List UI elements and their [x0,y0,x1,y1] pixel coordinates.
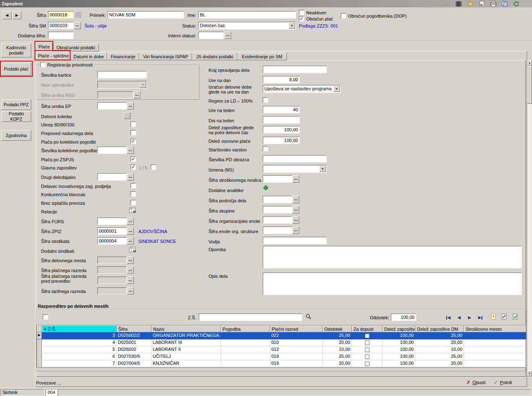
confirm-record-icon[interactable] [511,313,519,320]
dodatni-sindikati-table-icon[interactable] [128,246,136,253]
grid-column-header[interactable]: Delež zaposlitve DM [415,325,464,332]
za-dopust-checkbox[interactable] [365,355,369,359]
drugi-delodajalec-lookup-button[interactable]: ... [127,173,134,181]
brez-izplacila-checkbox[interactable] [131,200,136,205]
izmena-select[interactable]: ▼ [263,165,327,173]
grid-column-header[interactable]: Plačni razred [270,325,323,332]
status-select[interactable]: Določen čas ▼ [198,22,296,30]
obracun-pogodbenika-checkbox[interactable] [341,13,346,18]
sidebar-item-podatki-plac[interactable]: Podatki plač [1,63,31,76]
povezave-link[interactable]: Povezave ... [36,380,61,386]
favorite-star-icon[interactable] [467,0,474,7]
chevron-down-icon[interactable]: ▼ [319,166,326,172]
stevilka-kolektivne-input[interactable] [97,146,127,154]
sifra-podrocja-input[interactable] [263,196,292,203]
sifra-sm-input[interactable]: 0000103 [48,22,73,29]
interni-statusi-input[interactable] [198,32,224,39]
ukrep-checkbox[interactable] [131,121,136,127]
library-icon[interactable] [455,0,462,7]
sifra-furs-lookup-button[interactable]: ... [127,217,134,225]
tab-obracunski-podatki[interactable]: Obračunski podatki [53,43,99,51]
scrollbar-thumb[interactable] [527,66,532,104]
opusti-button[interactable]: ✗ Opusti [466,379,486,386]
sifra-org-enote-input[interactable] [263,216,292,224]
sidebar-item-podatki-kdpz[interactable]: Podatki KDPZ [1,111,31,122]
subtab-evidentiranje-po-sm[interactable]: Evidentiranje po SM [237,53,287,60]
obracun-plac-checkbox[interactable]: ✓ [299,16,304,21]
sifra-sm-lookup-button[interactable]: ... [74,22,81,29]
vertical-scrollbar[interactable]: ▲ ▼ [527,60,532,376]
glavna-zaposlitev-secondary-checkbox[interactable] [151,165,156,170]
next-record-button[interactable]: ▶ [465,314,475,321]
grid-column-header[interactable]: Pogodba [221,325,270,332]
dodatna-sifra-input[interactable] [48,32,73,39]
za-dopust-checkbox[interactable] [365,341,369,345]
sifra-input[interactable]: 0000018 [48,11,73,18]
stevilka-kolektivne-lookup-button[interactable]: ... [127,146,134,154]
za-dopust-checkbox-cell[interactable] [352,353,383,360]
chevron-down-icon[interactable]: ▼ [333,86,340,92]
sifra-enote-org-lookup-button[interactable]: ... [292,227,299,234]
table-row[interactable]: 7D027004/5KNJIŽNIČAR01920,00100,0020,00 [37,360,525,367]
placa-zspjs-checkbox[interactable]: ✓ [131,156,136,162]
priimek-input[interactable]: NOVAK 5DM [108,11,184,18]
grid-column-header[interactable]: Delež zaposlitve [383,325,415,332]
sifra-skupine-lookup-button[interactable]: ... [292,206,299,213]
zs-search-input[interactable] [199,314,302,321]
sidebar-item-kadrovski-podatki[interactable]: Kadrovski podatki [1,43,31,57]
za-dopust-checkbox-cell[interactable] [352,346,383,353]
glavna-zaposlitev-checkbox[interactable]: ✓ [131,165,136,170]
grid-column-header[interactable]: Za dopust [352,325,383,332]
sifra-stroskovnega-lookup-button[interactable]: ... [292,175,299,183]
registracija-checkbox[interactable] [40,62,46,67]
sifra-zpiz-lookup-button[interactable]: ... [127,227,134,235]
sifra-enote-org-input[interactable] [263,227,292,234]
starsevsko-checkbox[interactable] [263,146,268,151]
tab-place[interactable]: Plače [36,43,53,51]
drugi-delodajalec-input[interactable] [97,173,127,181]
next-record-button[interactable]: ▶ [12,11,21,19]
za-dopust-checkbox-cell[interactable] [352,360,383,367]
first-record-button[interactable]: ◀ [443,314,453,321]
copy-icon[interactable] [501,0,508,7]
sidebar-item-zgodovina[interactable]: Zgodovina [1,130,31,141]
za-dopust-checkbox[interactable] [365,362,369,366]
edit-record-icon[interactable] [500,313,508,320]
subtab-viri-financiranja-ispap[interactable]: Viri financiranja ISPAP [139,53,192,60]
delavec-inovativnega-checkbox[interactable] [131,183,136,188]
interni-statusi-lookup-button[interactable]: ... [224,32,231,39]
sifra-skupine-input[interactable] [263,206,292,213]
grid-column-header[interactable]: ▲Z.Š. [42,325,117,332]
konkurencna-checkbox[interactable] [131,191,136,197]
table-row[interactable]: 6D027030/5UČITELJ01925,00100,0025,00 [37,353,525,360]
sifra-sindikata-lookup-button[interactable]: ... [127,237,134,245]
za-dopust-checkbox-cell[interactable] [352,332,383,339]
sifra-sindikata-input[interactable]: 0000004 [97,237,127,245]
ure-na-dan-input[interactable]: 8,00 [263,76,300,83]
print-icon[interactable] [490,0,497,7]
subtab-datumi-in-dobe[interactable]: Datumi in dobe [70,53,107,60]
delez-zaposlitve-input[interactable]: 100,00 [263,126,300,133]
delovni-koledar-button[interactable] [124,112,131,119]
sifra-urnika-ep-lookup-button[interactable]: ... [127,102,134,110]
grid-column-header[interactable]: Šifra [117,325,151,332]
export-icon[interactable] [478,0,485,7]
previous-record-button[interactable]: ◀ [2,11,11,19]
sifra-furs-input[interactable] [97,217,127,225]
grid-column-header[interactable]: Naziv [151,325,221,332]
relacije-table-icon[interactable] [128,207,136,213]
table-row[interactable]: 4D025001LABORANT III01020,00100,0020,00 [37,339,525,346]
opis-dela-textarea[interactable] [263,272,522,295]
prev-record-button[interactable]: ◀ [454,314,464,321]
refresh-icon[interactable] [513,0,520,7]
subtab-financiranje[interactable]: Financiranje [107,53,139,60]
ure-na-teden-input[interactable]: 40 [263,106,300,113]
edit-icon[interactable] [444,0,451,7]
scroll-up-button[interactable]: ▲ [527,60,532,66]
za-dopust-checkbox[interactable] [365,348,369,352]
stevilka-pd-input[interactable] [263,155,327,163]
sifra-podrocja-lookup-button[interactable]: ... [292,196,299,203]
search-icon[interactable] [305,313,312,320]
potrdi-button[interactable]: ✓ Potrdi [494,379,512,386]
subtab-js-dodatni-podatki[interactable]: JS dodatni podatki [192,53,237,60]
